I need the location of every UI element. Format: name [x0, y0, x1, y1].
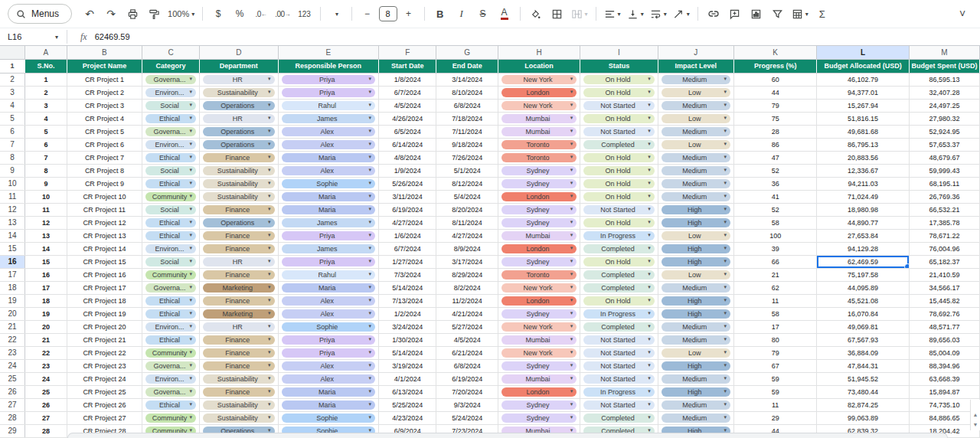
cell[interactable]: Not Started▾: [580, 398, 658, 411]
cell[interactable]: CR Project 22: [67, 346, 142, 359]
dropdown-chip[interactable]: Ethical▾: [145, 114, 196, 123]
cell[interactable]: Maria▾: [278, 203, 378, 216]
cell[interactable]: 1: [25, 73, 67, 86]
cell[interactable]: CR Project 3: [67, 99, 142, 112]
dropdown-chip[interactable]: Mumbai▾: [501, 127, 577, 136]
cell[interactable]: 66,532.21: [909, 203, 979, 216]
cell[interactable]: Ethical▾: [142, 112, 200, 125]
dropdown-chip[interactable]: In Progress▾: [583, 231, 655, 240]
cell[interactable]: Governa...▾: [142, 359, 200, 372]
cell[interactable]: 75,197.58: [817, 268, 910, 281]
cell[interactable]: Environ...▾: [142, 320, 200, 333]
cell[interactable]: 15,267.94: [817, 99, 910, 112]
cell[interactable]: 44: [734, 86, 817, 99]
header-cell[interactable]: Impact Level: [658, 59, 733, 73]
strikethrough-button[interactable]: S: [473, 4, 493, 24]
cell[interactable]: In Progress▾: [580, 307, 658, 320]
cell[interactable]: Community▾: [142, 346, 200, 359]
cell[interactable]: 15: [25, 255, 67, 268]
cell[interactable]: 4/8/2024: [378, 151, 436, 164]
cell[interactable]: Environ...▾: [142, 372, 200, 385]
cell[interactable]: 9/3/2024: [436, 398, 498, 411]
cell[interactable]: 44,890.77: [817, 216, 910, 229]
cell[interactable]: CR Project 26: [67, 398, 142, 411]
cell[interactable]: Priya▾: [278, 73, 378, 86]
cell[interactable]: On Hold▾: [580, 294, 658, 307]
cell[interactable]: 27: [25, 411, 67, 424]
dropdown-chip[interactable]: London▾: [501, 296, 577, 306]
cell[interactable]: CR Project 5: [67, 125, 142, 138]
cell[interactable]: Not Started▾: [580, 359, 658, 372]
cell[interactable]: CR Project 21: [67, 333, 142, 346]
cell[interactable]: Sophie▾: [278, 177, 378, 190]
cell[interactable]: Alex▾: [278, 125, 378, 138]
cell[interactable]: James▾: [278, 242, 378, 255]
dropdown-chip[interactable]: Marketing▾: [203, 283, 275, 293]
cell[interactable]: Not Started▾: [580, 125, 658, 138]
dropdown-chip[interactable]: Environ...▾: [145, 88, 196, 97]
dropdown-chip[interactable]: Finance▾: [203, 296, 275, 306]
dropdown-chip[interactable]: Sustainability▾: [203, 192, 275, 201]
dropdown-chip[interactable]: Sustainability▾: [203, 413, 275, 423]
dropdown-chip[interactable]: Not Started▾: [583, 348, 655, 358]
cell[interactable]: 9/18/2024: [436, 138, 498, 151]
column-header-M[interactable]: M: [909, 46, 979, 59]
cell[interactable]: Maria▾: [278, 190, 378, 203]
cell[interactable]: Medium▾: [658, 99, 733, 112]
cell[interactable]: On Hold▾: [580, 190, 658, 203]
cell[interactable]: 6/7/2024: [378, 86, 436, 99]
header-cell[interactable]: Project Name: [67, 59, 142, 73]
dropdown-chip[interactable]: Sydney▾: [501, 218, 577, 227]
cell[interactable]: 17: [734, 320, 817, 333]
decrease-decimal-button[interactable]: .0←: [251, 4, 271, 24]
column-header-F[interactable]: F: [378, 46, 436, 59]
cell[interactable]: 32,407.28: [909, 86, 979, 99]
cell[interactable]: CR Project 25: [67, 385, 142, 398]
cell[interactable]: 6/14/2024: [378, 138, 436, 151]
horizontal-align-dropdown[interactable]: ▾: [602, 4, 623, 24]
dropdown-chip[interactable]: Medium▾: [662, 400, 730, 410]
cell[interactable]: Medium▾: [658, 411, 733, 424]
cell[interactable]: 3/19/2024: [378, 359, 436, 372]
cell[interactable]: On Hold▾: [580, 112, 658, 125]
cell[interactable]: 85,004.09: [909, 346, 979, 359]
row-header-26[interactable]: 26: [0, 385, 25, 398]
dropdown-chip[interactable]: Medium▾: [662, 192, 730, 201]
dropdown-chip[interactable]: Low▾: [662, 114, 730, 123]
cell[interactable]: CR Project 20: [67, 320, 142, 333]
dropdown-chip[interactable]: Not Started▾: [583, 205, 655, 214]
cell[interactable]: Mumbai▾: [498, 333, 580, 346]
dropdown-chip[interactable]: Sydney▾: [501, 400, 577, 410]
cell[interactable]: Mumbai▾: [498, 125, 580, 138]
dropdown-chip[interactable]: New York▾: [501, 283, 577, 293]
dropdown-chip[interactable]: Social▾: [145, 257, 196, 266]
cell[interactable]: 26: [25, 398, 67, 411]
cell[interactable]: Alex▾: [278, 307, 378, 320]
cell[interactable]: Ethical▾: [142, 398, 200, 411]
cell[interactable]: Low▾: [658, 346, 733, 359]
cell[interactable]: Sydney▾: [498, 164, 580, 177]
dropdown-chip[interactable]: Low▾: [662, 140, 730, 149]
cell[interactable]: 4/1/2024: [378, 372, 436, 385]
cell[interactable]: 34,566.17: [909, 281, 979, 294]
cell[interactable]: 3/24/2024: [378, 320, 436, 333]
cell[interactable]: 65,182.37: [909, 255, 979, 268]
cell[interactable]: Maria▾: [278, 151, 378, 164]
cell[interactable]: 79: [734, 346, 817, 359]
cell[interactable]: Toronto▾: [498, 151, 580, 164]
currency-format-button[interactable]: $: [208, 4, 228, 24]
cell[interactable]: New York▾: [498, 73, 580, 86]
cell[interactable]: 22: [25, 346, 67, 359]
cell[interactable]: Mumbai▾: [498, 372, 580, 385]
cell[interactable]: CR Project 17: [67, 281, 142, 294]
cell[interactable]: Completed▾: [580, 320, 658, 333]
dropdown-chip[interactable]: Finance▾: [203, 270, 275, 279]
cell[interactable]: 1/2/2024: [378, 307, 436, 320]
cell[interactable]: Community▾: [142, 411, 200, 424]
cell[interactable]: On Hold▾: [580, 255, 658, 268]
cell[interactable]: Sustainability▾: [200, 86, 279, 99]
dropdown-chip[interactable]: Sydney▾: [501, 179, 577, 188]
cell[interactable]: Low▾: [658, 138, 733, 151]
cell[interactable]: CR Project 16: [67, 268, 142, 281]
cell[interactable]: 12: [25, 216, 67, 229]
